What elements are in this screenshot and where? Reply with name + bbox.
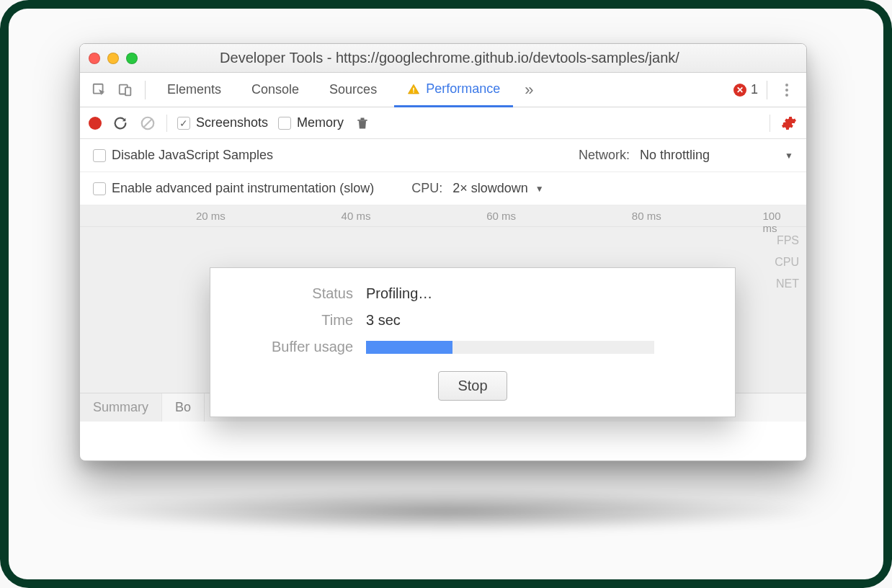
tab-elements[interactable]: Elements — [154, 73, 234, 107]
svg-point-5 — [785, 84, 788, 86]
traffic-lights — [89, 53, 138, 64]
settings-row-js-samples: Disable JavaScript Samples Network: No t… — [80, 139, 806, 172]
timeline-lane-labels: FPS CPU NET — [775, 230, 799, 295]
performance-toolbar: Screenshots Memory — [80, 107, 806, 139]
error-count-badge[interactable]: ✕ 1 — [733, 82, 758, 97]
profiling-dialog: Status Profiling… Time 3 sec Buffer usag… — [210, 267, 736, 417]
tab-bottom-up[interactable]: Bo — [162, 393, 205, 422]
more-menu-icon[interactable] — [776, 83, 798, 97]
trash-icon[interactable] — [354, 115, 371, 132]
warning-icon — [407, 83, 420, 96]
time-value: 3 sec — [366, 312, 715, 329]
clear-icon[interactable] — [139, 115, 156, 132]
ruler-tick: 60 ms — [486, 210, 516, 222]
memory-checkbox[interactable]: Memory — [278, 115, 344, 130]
window-title: Developer Tools - https://googlechrome.g… — [145, 50, 798, 66]
chevron-down-icon: ▼ — [535, 184, 544, 194]
disable-js-samples-checkbox[interactable]: Disable JavaScript Samples — [93, 148, 273, 163]
tab-performance[interactable]: Performance — [394, 74, 513, 107]
chevron-down-icon[interactable]: ▼ — [785, 151, 793, 161]
record-button[interactable] — [89, 117, 102, 130]
time-label: Time — [231, 312, 353, 329]
checkbox-icon — [93, 149, 106, 162]
error-icon: ✕ — [733, 84, 746, 97]
inspect-element-icon[interactable] — [89, 79, 110, 101]
checkbox-icon — [177, 117, 190, 130]
tab-summary[interactable]: Summary — [80, 393, 162, 422]
panel-tabs: Elements Console Sources Performance » ✕… — [80, 73, 806, 107]
close-window-icon[interactable] — [89, 53, 100, 64]
ruler-tick: 80 ms — [632, 210, 661, 222]
timeline-ruler[interactable]: 20 ms 40 ms 60 ms 80 ms 100 ms — [80, 205, 806, 227]
checkbox-icon — [93, 182, 106, 195]
reload-icon[interactable] — [112, 115, 129, 132]
svg-point-7 — [785, 94, 788, 97]
status-value: Profiling… — [366, 285, 715, 302]
stop-button[interactable]: Stop — [438, 371, 507, 401]
svg-rect-2 — [125, 87, 130, 95]
svg-rect-3 — [413, 87, 414, 91]
zoom-window-icon[interactable] — [126, 53, 138, 64]
ruler-tick: 40 ms — [342, 210, 371, 222]
svg-point-6 — [785, 89, 788, 92]
device-toolbar-icon[interactable] — [115, 79, 136, 101]
titlebar: Developer Tools - https://googlechrome.g… — [80, 44, 806, 73]
status-label: Status — [231, 285, 353, 302]
screenshots-checkbox[interactable]: Screenshots — [177, 115, 268, 130]
tabs-overflow[interactable]: » — [517, 73, 540, 107]
minimize-window-icon[interactable] — [107, 53, 119, 64]
ruler-tick: 20 ms — [196, 210, 226, 222]
svg-rect-4 — [413, 92, 414, 93]
settings-row-paint: Enable advanced paint instrumentation (s… — [80, 172, 806, 205]
network-throttling-dropdown[interactable]: No throttling — [640, 148, 710, 163]
network-throttling-label: Network: — [579, 148, 630, 163]
tab-sources[interactable]: Sources — [316, 73, 390, 107]
cpu-throttling-label: CPU: — [411, 181, 442, 196]
checkbox-icon — [278, 117, 291, 130]
cpu-throttling-dropdown[interactable]: 2× slowdown ▼ — [452, 181, 543, 196]
buffer-usage-fill — [366, 341, 452, 354]
gear-icon[interactable] — [780, 115, 798, 132]
devtools-window: Developer Tools - https://googlechrome.g… — [79, 43, 807, 461]
tab-console[interactable]: Console — [238, 73, 312, 107]
buffer-usage-bar — [366, 341, 654, 354]
buffer-label: Buffer usage — [231, 339, 353, 355]
enable-paint-checkbox[interactable]: Enable advanced paint instrumentation (s… — [93, 181, 374, 196]
